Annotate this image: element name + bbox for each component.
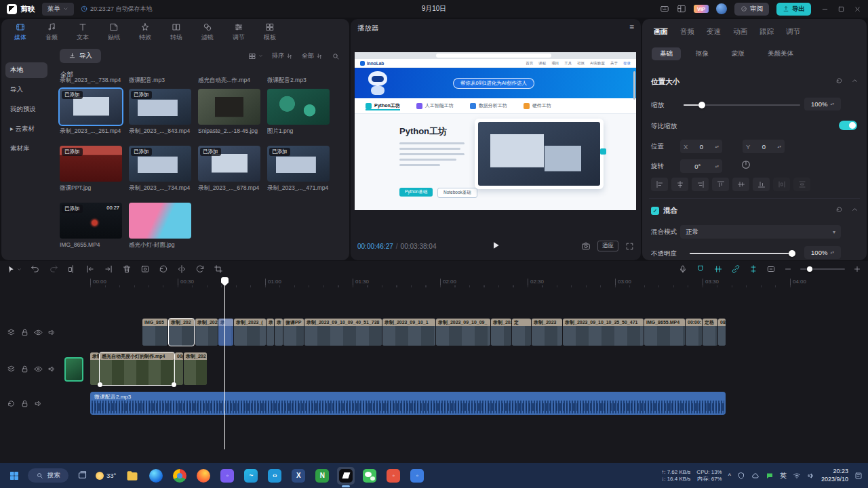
cover-thumbnail[interactable] [64,357,83,382]
app-blue-x[interactable]: X [290,467,307,485]
tab-audio-props[interactable]: 音频 [674,24,701,39]
rotate-field[interactable]: 0°▴▾ [680,159,722,173]
media-item-name[interactable]: 微课配音.mp3 [129,77,191,85]
zoom-out-icon[interactable] [784,265,792,273]
app-green-n[interactable]: N [313,467,331,485]
player-menu-icon[interactable]: ≡ [629,22,634,32]
align-vcenter-button[interactable] [732,178,749,191]
select-tool-button[interactable] [7,265,22,274]
preview-quality-icon[interactable]: ∷ [427,243,431,249]
redo-icon[interactable] [49,264,58,274]
stepper-icon[interactable]: ▴▾ [715,145,719,148]
taskbar-search[interactable]: 搜索 [28,468,68,483]
lock-icon[interactable] [20,328,29,337]
keyboard-shortcut-icon[interactable] [660,4,669,14]
align-right-button[interactable] [692,178,709,191]
timeline-zoom-slider[interactable] [800,268,845,270]
collapse-icon[interactable] [851,206,859,214]
split-icon[interactable] [67,264,77,274]
network-speed[interactable]: ↑: 7.62 KB/s ↓: 16.4 KB/s [661,469,690,483]
media-item[interactable]: 已添加 录制_2023_..._261.mp4 [60,89,122,136]
sidebar-item-local[interactable]: 本地 [5,62,47,78]
timeline-clip[interactable]: 录制 [90,352,99,385]
tab-sticker[interactable]: 贴纸 [99,22,129,42]
record-voiceover-icon[interactable] [678,264,688,274]
timeline-clip[interactable]: 录 [275,319,283,346]
search-icon[interactable] [332,52,340,60]
app-capcut-active[interactable] [337,467,355,485]
timeline-clip-selected[interactable]: 感光自动亮度小灯的制作.mp4 [100,352,174,385]
timeline-clip[interactable]: 录制_202 [195,319,218,346]
lock-icon[interactable] [20,365,29,373]
chat-tray-icon[interactable] [766,472,774,480]
timeline-clip[interactable]: 定 [512,319,531,346]
tab-animation[interactable]: 动画 [727,24,753,39]
avatar[interactable] [716,3,727,14]
position-x-field[interactable]: X0▴▾ [680,140,722,153]
tab-tracking[interactable]: 跟踪 [753,24,780,39]
main-track-magnet-icon[interactable] [696,264,705,274]
rotate-knob[interactable] [741,159,751,170]
mirror-icon[interactable] [177,264,186,274]
zoom-in-icon[interactable] [853,265,861,273]
app-wechat[interactable] [361,467,378,485]
timeline-clip-selected[interactable]: 录制_202 [169,319,194,346]
sort-button[interactable]: 排序 [272,52,293,60]
mute-track-icon[interactable] [34,399,43,408]
timeline-ruler[interactable]: 00:00 00:30 01:00 01:30 02:00 02:30 03:0… [0,277,868,288]
media-item[interactable]: 已添加 录制_2023_..._843.mp4 [129,89,191,136]
media-item-name[interactable]: 微课配音2.mp3 [267,77,330,85]
uniform-scale-toggle[interactable] [839,121,857,130]
tab-audio[interactable]: 音频 [37,22,66,42]
snapshot-icon[interactable] [581,241,591,251]
sidebar-item-cloud[interactable]: ▸ 云素材 [5,121,47,137]
notification-icon[interactable] [854,472,863,480]
tab-text[interactable]: 文本 [68,22,98,42]
app-chrome[interactable] [171,467,189,485]
auto-snap-icon[interactable] [713,264,723,274]
scale-value[interactable]: 100%▴▾ [804,98,841,110]
fullscreen-icon[interactable] [625,242,634,251]
layout-icon[interactable] [677,4,686,14]
subtab-cutout[interactable]: 抠像 [688,47,717,60]
app-edge[interactable] [147,467,165,485]
tab-transitions[interactable]: 转场 [161,22,191,42]
timeline-clip[interactable]: 录制_2023_09_10_10_35_50_471 [563,319,644,346]
opacity-slider[interactable] [690,253,793,254]
view-mode-button[interactable] [248,52,263,60]
preview-screen[interactable]: InnoLab 首页 课程 项目 工具 社区 AI实验室 关于 登录 帮你从0到… [355,52,636,210]
clip-trim-handle[interactable] [172,382,176,387]
mute-track-icon[interactable] [47,365,56,373]
align-left-button[interactable] [651,178,668,191]
timeline-clip[interactable]: 录制_2023_09_10_09_ [436,319,490,346]
sidebar-item-library[interactable]: 素材库 [5,141,47,157]
system-usage[interactable]: CPU: 13% 内存: 67% [696,469,722,483]
stepper-icon[interactable]: ▴▾ [777,145,781,148]
tab-adjust[interactable]: 调节 [224,22,254,42]
position-y-field[interactable]: Y0▴▾ [743,140,785,153]
export-button[interactable]: 导出 [776,3,811,16]
rotate-icon[interactable] [195,264,205,274]
crop-icon[interactable] [214,264,223,274]
clock[interactable]: 20:23 2023/9/10 [821,468,848,483]
stepper-icon[interactable]: ▴▾ [830,102,834,106]
tab-media[interactable]: 媒体 [5,22,35,42]
lock-icon[interactable] [20,399,29,408]
tab-adjust-props[interactable]: 调节 [780,24,806,39]
shield-icon[interactable] [737,472,745,480]
freeze-frame-icon[interactable] [140,264,150,274]
import-button[interactable]: 导入 [60,49,101,63]
hide-track-icon[interactable] [34,328,43,337]
timeline-clip[interactable]: 定格 [703,319,717,346]
reverse-icon[interactable] [159,264,168,274]
tab-picture[interactable]: 画面 [648,24,674,39]
trim-right-icon[interactable] [104,264,113,274]
distribute-v-button[interactable] [793,178,810,191]
scale-slider-knob[interactable] [698,102,705,108]
timeline-clip[interactable]: 微课PP [283,319,304,346]
task-view-button[interactable] [73,467,91,485]
tab-effects[interactable]: 特效 [130,22,160,42]
timeline-clip[interactable]: 录制_2023_09_10_1 [382,319,435,346]
app-firefox[interactable] [195,467,212,485]
tab-filters[interactable]: 滤镜 [193,22,222,42]
